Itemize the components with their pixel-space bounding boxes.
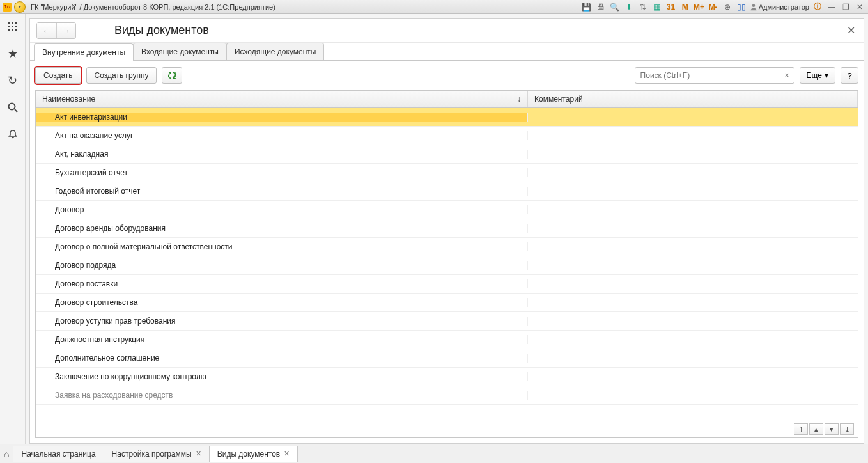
cell-name: Дополнительное соглашение: [36, 354, 528, 363]
table-nav-footer: ⤒ ▴ ▾ ⤓: [794, 423, 854, 435]
m-plus-button[interactable]: M+: [694, 1, 705, 13]
svg-rect-6: [15, 26, 17, 27]
preview-icon[interactable]: 🔍: [609, 1, 621, 13]
zoom-icon[interactable]: ⊕: [722, 1, 733, 13]
search-field[interactable]: ×: [635, 67, 794, 84]
logo-1c-icon: 1c: [3, 3, 12, 12]
scroll-top-button[interactable]: ⤒: [794, 423, 808, 435]
m-minus-button[interactable]: M-: [708, 1, 719, 13]
svg-rect-5: [12, 26, 13, 27]
cell-name: Годовой итоговый отчет: [36, 187, 528, 196]
table-row[interactable]: Договор уступки прав требования: [36, 312, 858, 331]
table-row[interactable]: Заявка на расходование средств: [36, 386, 858, 405]
table-row[interactable]: Договор строительства: [36, 294, 858, 312]
scroll-down-button[interactable]: ▾: [825, 423, 839, 435]
calendar-icon[interactable]: 31: [665, 1, 677, 13]
table-row[interactable]: Акт, накладная: [36, 145, 858, 164]
window-tab[interactable]: Начальная страница: [13, 446, 104, 462]
notifications-icon[interactable]: [5, 127, 20, 142]
table-row[interactable]: Заключение по коррупционному контролю: [36, 368, 858, 386]
window-tab[interactable]: Настройка программы✕: [104, 446, 210, 462]
m-button[interactable]: M: [679, 1, 691, 13]
table-row[interactable]: Договор поставки: [36, 275, 858, 294]
table-row[interactable]: Акт на оказание услуг: [36, 127, 858, 145]
help-button[interactable]: ?: [841, 67, 858, 84]
table-row[interactable]: Договор аренды оборудования: [36, 219, 858, 238]
chevron-down-icon: ▾: [825, 71, 828, 80]
window-bar: ⌂ Начальная страницаНастройка программы✕…: [0, 444, 868, 463]
print-icon[interactable]: 🖶: [595, 1, 607, 13]
window-close-icon[interactable]: ✕: [854, 1, 865, 13]
nav-back-button[interactable]: ←: [37, 23, 56, 38]
table-row[interactable]: Договор о полной материальной ответствен…: [36, 238, 858, 256]
window-tab-label: Начальная страница: [21, 450, 95, 459]
panels-icon[interactable]: ▯▯: [736, 1, 747, 13]
svg-rect-7: [8, 29, 10, 31]
documents-table: Наименование ↓ Комментарий Акт инвентари…: [35, 90, 858, 438]
info-icon[interactable]: ⓘ: [812, 1, 823, 13]
tab-outgoing-documents[interactable]: Исходящие документы: [226, 43, 325, 60]
svg-rect-9: [15, 29, 17, 31]
table-row[interactable]: Договор подряда: [36, 256, 858, 275]
tab-internal-documents[interactable]: Внутренние документы: [34, 43, 134, 61]
content-scroll[interactable]: Внутренние документы Входящие документы …: [30, 43, 864, 443]
table-row[interactable]: Акт инвентаризации: [36, 108, 858, 127]
window-tab-label: Настройка программы: [112, 450, 192, 459]
window-restore-icon[interactable]: ❐: [840, 1, 851, 13]
scroll-up-button[interactable]: ▴: [809, 423, 823, 435]
sort-asc-icon: ↓: [517, 95, 521, 104]
svg-line-11: [15, 109, 17, 112]
table-row[interactable]: Договор: [36, 201, 858, 219]
scroll-bottom-button[interactable]: ⤓: [840, 423, 854, 435]
cell-name: Заявка на расходование средств: [36, 391, 528, 400]
favorites-icon[interactable]: ★: [5, 46, 20, 61]
nav-forward-button[interactable]: →: [56, 23, 75, 38]
cell-name: Договор: [36, 205, 528, 214]
page-title: Виды документов: [114, 24, 209, 37]
create-group-button[interactable]: Создать группу: [86, 67, 157, 84]
cell-name: Договор поставки: [36, 279, 528, 288]
tab-incoming-documents[interactable]: Входящие документы: [133, 43, 227, 60]
svg-point-10: [8, 104, 15, 110]
apps-icon[interactable]: [5, 19, 20, 35]
window-tab[interactable]: Виды документов✕: [209, 446, 298, 462]
svg-rect-2: [12, 22, 13, 24]
history-icon[interactable]: ↻: [5, 73, 20, 88]
table-row[interactable]: Годовой итоговый отчет: [36, 182, 858, 201]
table-row[interactable]: Бухгалтерский отчет: [36, 164, 858, 182]
window-tab-close-icon[interactable]: ✕: [284, 450, 290, 458]
more-button[interactable]: Еще ▾: [800, 67, 835, 84]
create-button[interactable]: Создать: [35, 67, 81, 84]
cell-name: Акт на оказание услуг: [36, 131, 528, 140]
refresh-button[interactable]: 🗘: [162, 67, 182, 84]
compare-icon[interactable]: ⇅: [637, 1, 649, 13]
svg-rect-4: [8, 26, 10, 27]
column-header-comment[interactable]: Комментарий: [528, 91, 858, 107]
cell-name: Заключение по коррупционному контролю: [36, 372, 528, 381]
more-label: Еще: [807, 71, 822, 80]
column-header-name[interactable]: Наименование ↓: [36, 91, 528, 107]
save-icon[interactable]: 💾: [581, 1, 593, 13]
download-icon[interactable]: ⬇: [623, 1, 635, 13]
search-input[interactable]: [635, 71, 780, 80]
window-title: ГК "Меркурий" / Документооборот 8 КОРП, …: [31, 3, 275, 11]
grid-icon[interactable]: ▦: [651, 1, 663, 13]
search-icon[interactable]: [5, 100, 20, 115]
search-clear-button[interactable]: ×: [780, 68, 794, 82]
toolbar: Создать Создать группу 🗘 × Еще ▾ ?: [30, 61, 864, 90]
user-name: Администратор: [759, 3, 809, 11]
cell-name: Акт, накладная: [36, 150, 528, 159]
main-menu-button[interactable]: ▾: [14, 1, 26, 13]
window-minimize-icon[interactable]: —: [826, 1, 837, 13]
vertical-sidebar: ★ ↻: [0, 14, 26, 444]
user-label[interactable]: Администратор: [750, 3, 809, 11]
cell-name: Должностная инструкция: [36, 335, 528, 344]
tab-row: Внутренние документы Входящие документы …: [30, 43, 864, 61]
cell-name: Договор строительства: [36, 298, 528, 307]
table-row[interactable]: Дополнительное соглашение: [36, 349, 858, 368]
table-row[interactable]: Должностная инструкция: [36, 331, 858, 349]
page-close-button[interactable]: ✕: [844, 24, 857, 37]
home-icon[interactable]: ⌂: [4, 449, 9, 459]
cell-name: Договор уступки прав требования: [36, 317, 528, 326]
window-tab-close-icon[interactable]: ✕: [196, 450, 201, 458]
